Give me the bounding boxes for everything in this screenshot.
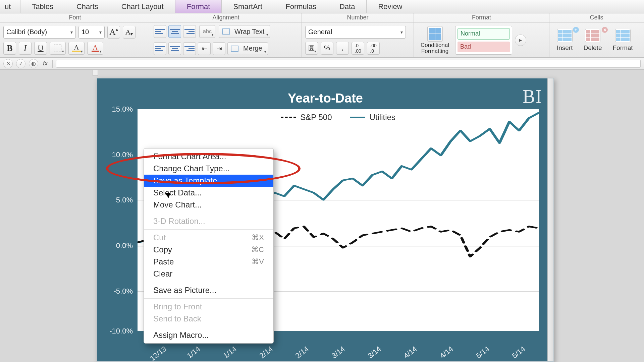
menu-item[interactable]: Assign Macro... [144,329,273,341]
align-right-button[interactable] [183,42,196,55]
chart-context-menu: Format Chart Area...Change Chart Type...… [144,148,274,344]
cell-styles-gallery[interactable]: Normal Bad [455,26,512,55]
borders-button[interactable] [50,42,66,55]
accept-formula-button[interactable]: ✓ [16,59,25,68]
menu-item[interactable]: Move Chart... [144,199,273,211]
cancel-formula-button[interactable]: ✕ [3,59,13,68]
shrink-font-button[interactable]: A▾ [123,26,136,39]
group-format-title: Format [414,13,549,23]
italic-button[interactable]: I [19,42,32,55]
chevron-down-icon: ▾ [70,29,73,35]
tab-data[interactable]: Data [328,0,367,13]
align-middle-button[interactable] [168,25,181,38]
menu-item[interactable]: Clear [144,268,273,280]
tab-formulas[interactable]: Formulas [274,0,328,13]
number-format-combo[interactable]: General ▾ [305,26,406,39]
tab-charts[interactable]: Charts [65,0,110,13]
increase-indent-button[interactable]: ⇥ [213,42,225,55]
menu-item-label: Paste [153,257,174,266]
indent-icon: ⇥ [216,45,222,53]
currency-button[interactable]: 圓 [305,42,318,55]
font-name-combo[interactable]: Calibri (Body) ▾ [3,26,76,39]
group-font-title: Font [0,13,150,23]
insert-icon: + [557,29,573,42]
menu-item: 3-D Rotation... [144,215,273,227]
format-cells-button[interactable]: Format [608,29,637,52]
delete-cells-button[interactable]: × Delete [580,29,606,52]
menu-item-shortcut: ⌘C [251,245,264,254]
menu-item[interactable]: Paste⌘V [144,256,273,268]
ruler-handle[interactable] [93,70,98,76]
formula-input[interactable] [56,60,641,68]
menu-item[interactable]: Copy⌘C [144,244,273,256]
wrap-text-button[interactable]: Wrap Text [219,25,270,38]
chevron-down-icon: ▾ [99,29,102,35]
align-middle-icon [170,28,180,35]
comma-icon: , [341,44,343,52]
fill-color-button[interactable]: A [68,42,85,55]
fill-icon: A [72,44,81,52]
menu-item-label: Move Chart... [153,200,202,209]
tab-tables[interactable]: Tables [20,0,65,13]
ribbon-tabs: ut Tables Charts Chart Layout Format Sma… [0,0,644,13]
align-bottom-button[interactable] [183,25,196,38]
group-font: Font Calibri (Body) ▾ 10 ▾ A▴ [0,13,150,57]
font-size-combo[interactable]: 10 ▾ [78,26,105,39]
menu-item[interactable]: Save as Picture... [144,284,273,296]
style-bad[interactable]: Bad [458,42,510,52]
tab-chart-layout[interactable]: Chart Layout [110,0,175,13]
menu-item-shortcut: ⌘X [252,233,264,242]
group-cells: Cells + Insert × Delete Format [549,13,644,57]
styles-more-button[interactable]: ▸ [515,35,526,46]
percent-icon: % [324,44,330,52]
grow-font-button[interactable]: A▴ [107,26,120,39]
font-color-button[interactable]: A [87,42,103,55]
menu-item[interactable]: Change Chart Type... [144,163,273,175]
orientation-button[interactable]: abc [199,25,215,38]
tab-smartart[interactable]: SmartArt [222,0,274,13]
align-left-button[interactable] [154,42,166,55]
ribbon: Font Calibri (Body) ▾ 10 ▾ A▴ [0,13,644,58]
increase-decimal-button[interactable]: .0.00 [352,42,364,55]
tab-format[interactable]: Format [175,0,222,13]
group-cells-title: Cells [549,13,644,23]
chart-scrollbar[interactable] [547,78,553,361]
chevron-down-icon: ▾ [400,29,403,35]
group-number-title: Number [302,13,414,23]
merge-icon [231,46,238,52]
percent-button[interactable]: % [321,42,333,55]
comma-button[interactable]: , [336,42,349,55]
menu-item: Bring to Front [144,301,273,313]
menu-item[interactable]: Format Chart Area... [144,150,273,163]
merge-button[interactable]: Merge [227,42,268,55]
formula-history-button[interactable]: ◐ [29,59,38,68]
brand-logo: BI [523,86,542,107]
align-top-button[interactable] [154,25,166,38]
menu-item-label: 3-D Rotation... [153,217,205,226]
group-alignment: Alignment abc Wrap Text ⇤ ⇥ [150,13,302,57]
clock-icon: ◐ [31,60,36,67]
tab-review[interactable]: Review [367,0,414,13]
style-normal[interactable]: Normal [458,28,510,40]
conditional-formatting-button[interactable]: Conditional Formatting [417,26,452,54]
conditional-formatting-icon [427,26,443,42]
underline-button[interactable]: U [34,42,47,55]
insert-cells-button[interactable]: + Insert [553,29,577,52]
worksheet-canvas[interactable]: Year-to-Date BI 15.0% 10.0% 5.0% 0.0% -5… [0,70,644,362]
x-icon: ✕ [6,60,10,67]
decrease-indent-button[interactable]: ⇤ [198,42,211,55]
tab-layout-cut[interactable]: ut [0,0,20,13]
align-center-button[interactable] [168,42,181,55]
group-number: Number General ▾ 圓 % , .0.00 .00.0 [302,13,414,57]
decrease-decimal-button[interactable]: .00.0 [367,42,380,55]
bold-button[interactable]: B [3,42,16,55]
menu-separator [144,282,273,282]
y-tick-label: 10.0% [112,150,133,159]
menu-item[interactable]: Select Data... [144,187,273,199]
orientation-icon: abc [203,28,212,35]
chevron-right-icon: ▸ [519,37,522,43]
menu-item-label: Select Data... [153,188,202,197]
menu-item-label: Copy [153,245,172,254]
fx-label: fx [42,60,49,67]
menu-item[interactable]: Save as Template... [144,175,273,187]
